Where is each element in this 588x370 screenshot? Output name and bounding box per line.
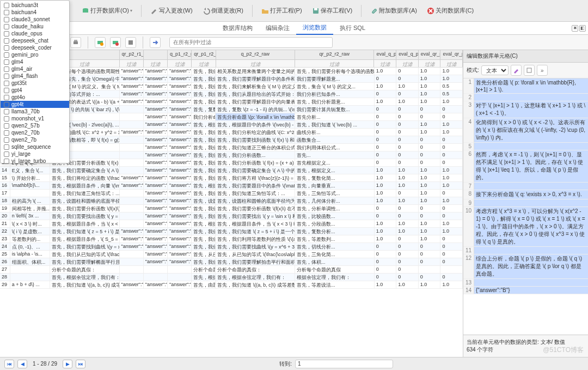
table-cell[interactable]: 0	[375, 159, 397, 166]
table-cell[interactable]: 首先，我们需要分析函数 \(f(x)\) 在不同区间的单调性，并推...	[50, 205, 120, 212]
table-cell[interactable]: "answer":"B"	[144, 159, 168, 166]
column-header[interactable]	[144, 50, 168, 59]
table-cell[interactable]: 首先，根据题目条件，向量 \(\mathbf{b} = (2, x) \) 和向…	[50, 182, 120, 189]
table-cell[interactable]: 首先，三角化简...	[295, 251, 375, 258]
table-cell[interactable]: "answer":"B"	[144, 281, 168, 288]
table-cell[interactable]: 0	[396, 68, 419, 75]
table-cell[interactable]: 1.0	[440, 174, 463, 181]
table-cell[interactable]: 首先，我们分析函数 \( f(x) = (x + a) \ln(x + b) \…	[216, 159, 295, 166]
column-header[interactable]: q_p2_r2_raw	[216, 50, 295, 59]
table-cell[interactable]: 首先，根据题目条件，当 \( x < 3 \) 时，\( f(x) = x \)…	[192, 220, 216, 227]
table-option-glm4_air[interactable]: glm4_air	[1, 65, 69, 72]
table-cell[interactable]: 首先，我们需要理解拍击平行和面积的条件：...	[216, 258, 295, 265]
table-cell[interactable]: 0	[396, 213, 419, 220]
table-row[interactable]: 15\) 开始分析...首先，我们将给定的函数 \(\frac{z}{z-1}\…	[0, 174, 463, 182]
table-cell[interactable]: 1.0	[375, 197, 397, 204]
table-cell[interactable]: "answer":"A"	[144, 220, 168, 227]
table-cell[interactable]: 函数集合...	[295, 136, 375, 143]
table-cell[interactable]: 1.0	[375, 228, 397, 235]
table-option-llama3_70b[interactable]: llama3_70b	[1, 108, 69, 115]
table-cell[interactable]: "answer":"C"	[144, 121, 168, 128]
table-cell[interactable]: 1.0	[419, 174, 441, 181]
table-cell[interactable]: 1.0	[440, 281, 463, 288]
table-cell[interactable]: 首先，根据题目条件，向量 \(\mathbf{b} \perp \mathbf{…	[192, 182, 216, 189]
table-cell[interactable]: 首先，我们需要找出 \( y = \sin x \) 和 \( y = 2\si…	[216, 213, 295, 220]
table-cell[interactable]: 24	[0, 243, 10, 250]
column-filter[interactable]: 过滤	[144, 60, 168, 67]
table-cell[interactable]: 0	[419, 106, 441, 113]
goto-button[interactable]	[150, 37, 161, 48]
table-cell[interactable]: 根据余弦定理，我们有：	[295, 274, 375, 281]
table-cell[interactable]: \) 开始分析...	[10, 174, 50, 181]
table-select-dropdown[interactable]: baichuan3tbaichuan4claude3_sonnetclaude_…	[0, 0, 70, 163]
table-cell[interactable]: 首先，我们知道三角恒等式：...	[216, 190, 295, 197]
column-header[interactable]: qr_p1_r2_raw	[192, 50, 216, 59]
table-cell[interactable]: "answer":"A"	[168, 228, 192, 235]
table-cell[interactable]: 首先，我们分析给定的曲线 \(C: x^2 + y^2 = 16\) ，这是一个…	[216, 129, 295, 136]
goto-input[interactable]	[295, 360, 393, 368]
table-option-glm4_flash[interactable]: glm4_flash	[1, 72, 69, 80]
table-cell[interactable]: 首先，复数 \(z = -1 - i\) 的共轭... \(\sqrt{x^2+…	[216, 106, 295, 113]
table-cell[interactable]: 1.0	[396, 167, 419, 174]
table-cell[interactable]: 0	[396, 159, 419, 166]
table-cell[interactable]: 首先，等差设法...	[295, 281, 375, 288]
table-row[interactable]: 17首先，我们知道三角恒等式：..."answer":"B""answer":"…	[0, 190, 463, 197]
table-row[interactable]: 24点 (0, -1)、...首先，我们需要找到曲线 \(y = x^6 + 3…	[0, 243, 463, 251]
column-header[interactable]: eval_qr_p1	[419, 50, 441, 59]
table-row[interactable]: 25is \alpha - \s...首先，我们从已知的等式 \(\frac{\…	[0, 251, 463, 258]
table-cell[interactable]: "answer":"B"	[120, 129, 144, 136]
table-option-qwen2_57b[interactable]: qwen2_57b	[1, 122, 69, 129]
table-cell[interactable]: "answer":"A"	[144, 83, 168, 90]
table-cell[interactable]: "answer":"B"	[168, 98, 192, 105]
table-cell[interactable]	[120, 220, 144, 227]
table-cell[interactable]: 0	[419, 151, 441, 159]
table-cell[interactable]: 0	[440, 113, 463, 120]
table-cell[interactable]: 首先，根据余弦定理，我们有：	[50, 274, 120, 281]
table-cell[interactable]: "answer":"D"	[120, 90, 144, 98]
table-cell[interactable]: \( x < 3 \) 时...	[10, 220, 50, 227]
last-page-button[interactable]: ⏭	[76, 360, 85, 368]
table-cell[interactable]: 1.0	[419, 190, 441, 197]
table-cell[interactable]: "answer":"B"	[120, 235, 144, 242]
table-cell[interactable]: 0	[440, 251, 463, 258]
table-cell[interactable]: 0	[375, 243, 397, 250]
table-cell[interactable]: "answer":"D"	[120, 182, 144, 189]
close-panel-icon[interactable]: ✖	[572, 25, 578, 32]
table-cell[interactable]	[120, 197, 144, 204]
tab-sql[interactable]: 执行 SQL	[333, 22, 372, 34]
table-cell[interactable]: \( i \) 是虚数...	[10, 228, 50, 235]
table-cell[interactable]: 0	[419, 213, 441, 220]
close-database-button[interactable]: 关闭数据库(C)	[424, 5, 477, 16]
table-cell[interactable]: 首先，我们将方程 \(\frac{z}{z-1}\) = 1 + i\) 进行变…	[216, 174, 295, 181]
table-cell[interactable]: 1.0	[419, 83, 441, 90]
table-cell[interactable]: "answer":"A"	[168, 190, 192, 197]
table-cell[interactable]: 0	[396, 136, 419, 143]
next-page-button[interactable]: ▶	[63, 360, 72, 368]
table-cell[interactable]: 首先，我们知道 \((a, b, c)\) 成等差数列，可以设 \(b = a …	[50, 281, 120, 288]
table-cell[interactable]: "answer":"C"	[168, 167, 192, 174]
table-cell[interactable]: "answer":"B"	[168, 281, 192, 288]
table-row[interactable]: 26组面积、体积...首先，我们需要理解椭面平行且面积的常式：..."answe…	[0, 258, 463, 266]
table-cell[interactable]: 首先，切线分析...	[295, 243, 375, 250]
table-cell[interactable]: "answer":"A"	[144, 136, 168, 143]
table-option-yi_large[interactable]: yi_large	[1, 150, 69, 157]
table-cell[interactable]: 首先，向量垂直...	[295, 182, 375, 189]
table-cell[interactable]: 首先，根据题目中的条件 \(\vec{b} - 2\vec{a} \perp \…	[192, 121, 216, 128]
minimize-panel-icon[interactable]: ◧	[579, 25, 586, 32]
table-option-gpt35t[interactable]: gpt35t	[1, 80, 69, 87]
table-option-claude_opus[interactable]: claude_opus	[1, 30, 69, 37]
table-cell[interactable]: 1.0	[375, 174, 397, 181]
table-option-sqlite_sequence[interactable]: sqlite_sequence	[1, 143, 69, 150]
table-cell[interactable]: "answer":"A"	[168, 68, 192, 75]
table-cell[interactable]: 等差数列的...	[10, 235, 50, 242]
table-cell[interactable]: 0	[375, 129, 397, 136]
table-cell[interactable]: 0	[375, 274, 397, 281]
table-cell[interactable]: 相关系数是用来衡量两个变量之间的线性相关程度的统计指标...	[216, 68, 295, 75]
table-cell[interactable]	[440, 266, 463, 273]
table-cell[interactable]: is \alpha - \s...	[10, 251, 50, 258]
table-cell[interactable]: 27	[0, 266, 10, 273]
table-cell[interactable]: 0	[419, 159, 441, 166]
table-cell[interactable]: 1.0	[396, 220, 419, 227]
table-cell[interactable]: 首先，我们分析函数 \( f(x) = (x + a) \ln(x + b) \…	[192, 159, 216, 166]
table-cell[interactable]: "answer":"A"	[120, 228, 144, 235]
